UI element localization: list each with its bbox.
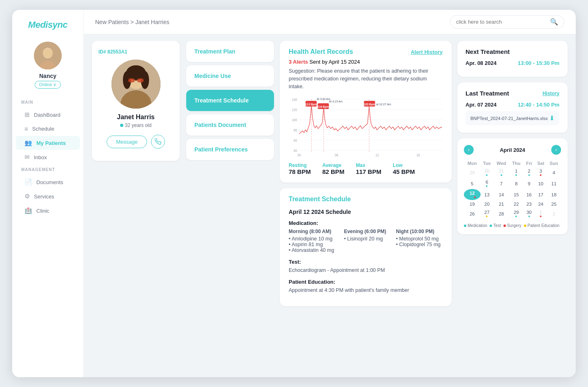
- medication-section: Medication: Morning (8:00 AM) Amlodipine…: [289, 220, 443, 253]
- menu-item-medicine-use[interactable]: Medicine Use: [186, 65, 274, 87]
- svg-text:12: 12: [375, 153, 379, 158]
- next-treatment-row: Apr. 08 2024 13:00 - 15:30 Pm: [466, 60, 559, 66]
- svg-text:40: 40: [294, 149, 297, 153]
- patient-name: Janet Harris: [117, 113, 155, 121]
- sidebar-item-schedule[interactable]: ≡ Schedule: [16, 122, 80, 136]
- calendar-day[interactable]: 14: [493, 189, 509, 200]
- calendar-day[interactable]: 23: [523, 200, 535, 208]
- last-treatment-time: 12:40 - 14:50 Pm: [518, 102, 559, 108]
- alert-history-link[interactable]: Alert History: [411, 49, 443, 55]
- calendar-day[interactable]: 20: [481, 200, 494, 208]
- calendar-day[interactable]: 31: [493, 167, 509, 178]
- sidebar-item-inbox[interactable]: ✉ Inbox: [16, 150, 80, 164]
- calendar-day[interactable]: 10: [535, 178, 547, 189]
- calendar-title: April 2024: [500, 147, 525, 153]
- main-area: New Patients > Janet Harries 🔍 ID# 82553…: [84, 10, 576, 377]
- calendar-day[interactable]: 29: [509, 208, 523, 219]
- calendar-prev-button[interactable]: ‹: [464, 145, 474, 155]
- sidebar-item-documents[interactable]: 📄 Documents: [16, 175, 80, 189]
- legend-patient-education: Patient Education: [524, 223, 559, 228]
- calendar-day[interactable]: 11: [547, 178, 561, 189]
- calendar-day[interactable]: 9: [523, 178, 535, 189]
- sidebar-item-my-patients[interactable]: 👥 My Patients: [16, 136, 80, 150]
- calendar-day[interactable]: 13: [481, 189, 494, 200]
- svg-point-3: [43, 48, 53, 58]
- center-panel: Health Alert Records Alert History 3 Ale…: [280, 41, 452, 371]
- sidebar-item-services[interactable]: ⚙ Services: [16, 189, 80, 203]
- last-treatment-row: Apr. 07 2024 12:40 - 14:50 Pm: [466, 102, 559, 108]
- calendar-day[interactable]: 8: [509, 178, 523, 189]
- calendar-day[interactable]: 28: [493, 208, 509, 219]
- calendar-day[interactable]: 27: [481, 208, 494, 219]
- svg-text:113 Bpm: 113 Bpm: [305, 102, 317, 107]
- search-input[interactable]: [456, 19, 547, 25]
- dashboard-icon: ⊞: [24, 111, 30, 118]
- sidebar-item-label: DashBoard: [34, 112, 60, 118]
- calendar-day[interactable]: 5: [464, 178, 481, 189]
- sidebar-user-name: Nancy: [39, 73, 56, 79]
- calendar-day[interactable]: 25: [547, 200, 561, 208]
- sidebar-item-clinic[interactable]: 🏥 Clinic: [16, 204, 80, 218]
- calendar-day[interactable]: 30: [523, 208, 535, 219]
- night-meds: Night (10:00 PM) Metoprolol 50 mg Clopid…: [396, 229, 441, 253]
- last-treatment-date: Apr. 07 2024: [466, 102, 497, 108]
- next-treatment-date: Apr. 08 2024: [466, 60, 497, 66]
- menu-item-patients-document[interactable]: Patients Document: [186, 114, 274, 136]
- calendar-day[interactable]: 4: [547, 167, 561, 178]
- calendar-day[interactable]: 12: [464, 189, 481, 200]
- calendar-day[interactable]: 1: [509, 167, 523, 178]
- search-icon: 🔍: [550, 18, 558, 26]
- test-value: Echocardiogram - Appointment at 1:00 PM: [289, 267, 443, 273]
- calendar-day[interactable]: 18: [547, 189, 561, 200]
- calendar-day[interactable]: 22: [509, 200, 523, 208]
- alert-sent-info: 3 Alerts Sent by April 15 2024: [289, 59, 443, 65]
- calendar-day[interactable]: 3: [535, 167, 547, 178]
- sidebar-status-badge[interactable]: Online ∨: [35, 81, 61, 89]
- menu-item-treatment-schedule[interactable]: Treatment Schedule: [186, 90, 274, 111]
- search-bar[interactable]: 🔍: [450, 15, 564, 29]
- calendar-day[interactable]: 17: [535, 189, 547, 200]
- calendar-day[interactable]: 16: [523, 189, 535, 200]
- legend-test: Test: [490, 223, 501, 228]
- last-treatment-header: Last Treatment History: [466, 90, 559, 97]
- health-alert-card: Health Alert Records Alert History 3 Ale…: [280, 41, 452, 182]
- message-button[interactable]: Message: [107, 136, 147, 148]
- age-indicator: [120, 124, 123, 127]
- patients-icon: 👥: [24, 139, 32, 147]
- svg-text:103 Bpm: 103 Bpm: [364, 102, 376, 107]
- calendar-next-button[interactable]: ›: [551, 145, 561, 155]
- inbox-icon: ✉: [24, 153, 30, 161]
- sidebar-item-dashboard[interactable]: ⊞ DashBoard: [16, 108, 80, 122]
- calendar-day[interactable]: 15: [509, 189, 523, 200]
- sidebar-item-label: My Patients: [36, 140, 66, 146]
- svg-text:80: 80: [294, 128, 297, 133]
- calendar-day[interactable]: 30: [481, 167, 494, 178]
- patient-card: ID# 82553A1: [92, 41, 180, 161]
- svg-text:00: 00: [297, 153, 301, 158]
- calendar-day[interactable]: 29: [464, 167, 481, 178]
- menu-item-treatment-plan[interactable]: Treatment Plan: [186, 41, 274, 62]
- calendar-day[interactable]: 2: [547, 208, 561, 219]
- svg-text:120: 120: [292, 108, 297, 112]
- stat-resting: Resting 78 BPM: [289, 162, 311, 175]
- calendar-day[interactable]: 19: [464, 200, 481, 208]
- sidebar-main-nav: MAIN ⊞ DashBoard ≡ Schedule 👥 My Patient…: [12, 97, 83, 218]
- svg-text:At 3:20 Am: At 3:20 Am: [317, 97, 330, 101]
- svg-text:116 Bpm: 116 Bpm: [318, 105, 330, 109]
- education-value: Appointment at 4:30 PM with patient's fa…: [289, 287, 443, 293]
- menu-item-patient-preferences[interactable]: Patient Preferences: [186, 139, 274, 160]
- calendar-day[interactable]: 2: [523, 167, 535, 178]
- calendar-day[interactable]: 26: [464, 208, 481, 219]
- legend-dot-test: [490, 225, 492, 227]
- call-button[interactable]: [151, 135, 165, 149]
- history-link[interactable]: History: [543, 91, 559, 96]
- calendar-day[interactable]: 1: [535, 208, 547, 219]
- calendar-day[interactable]: 7: [493, 178, 509, 189]
- download-button[interactable]: ⬇: [549, 114, 555, 122]
- calendar-day[interactable]: 6: [481, 178, 494, 189]
- calendar-day[interactable]: 24: [535, 200, 547, 208]
- calendar-day[interactable]: 21: [493, 200, 509, 208]
- services-icon: ⚙: [24, 193, 30, 200]
- sidebar-item-label: Inbox: [34, 154, 47, 160]
- alert-count: 3 Alerts: [289, 59, 308, 65]
